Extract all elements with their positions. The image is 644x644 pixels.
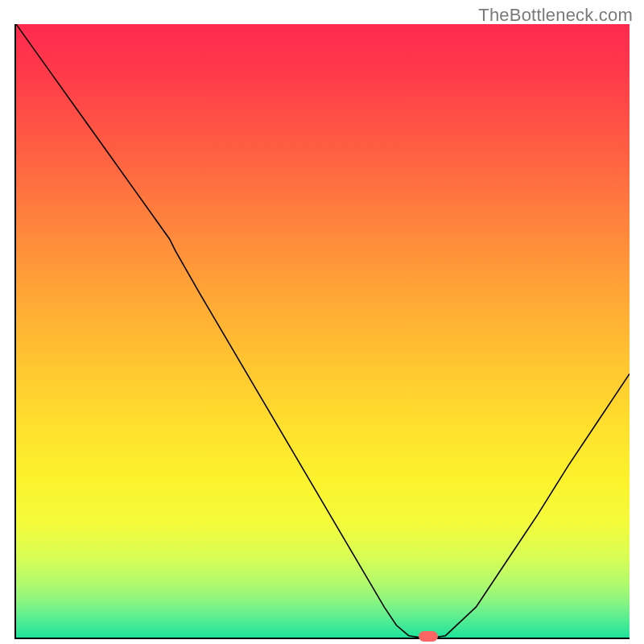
watermark-text: TheBottleneck.com xyxy=(478,5,633,26)
optimum-marker xyxy=(419,631,438,642)
bottleneck-curve-path xyxy=(16,24,630,638)
bottleneck-chart xyxy=(14,24,630,639)
bottleneck-curve-svg xyxy=(16,24,630,638)
